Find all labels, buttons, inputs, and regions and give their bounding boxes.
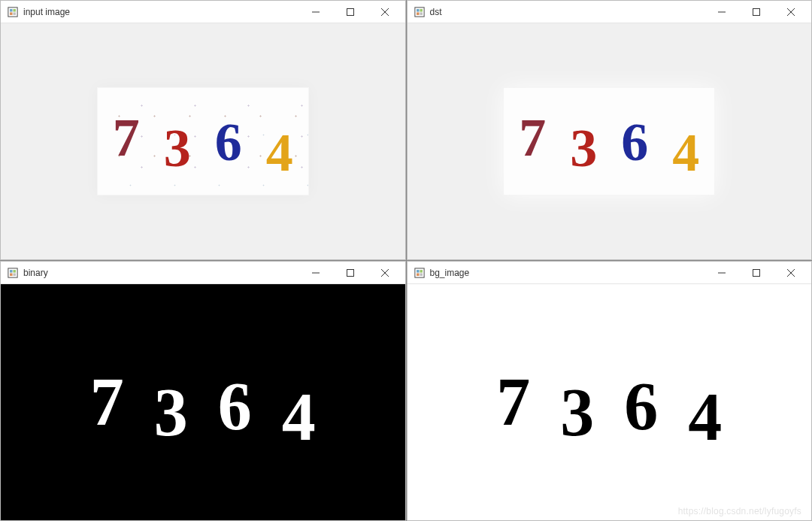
titlebar[interactable]: binary xyxy=(1,262,405,284)
svg-rect-3 xyxy=(10,12,13,15)
digit-1: 7 xyxy=(496,368,530,436)
svg-rect-33 xyxy=(753,269,760,276)
window-binary: binary 7 3 6 4 xyxy=(0,261,406,521)
window-dst: dst 7 3 6 4 xyxy=(407,0,813,260)
svg-rect-0 xyxy=(8,7,17,16)
digit-3: 6 xyxy=(218,373,252,441)
titlebar[interactable]: input image xyxy=(1,1,405,23)
image-viewport: 7 3 6 4 xyxy=(1,284,405,520)
digit-2: 3 xyxy=(570,121,597,175)
digit-2: 3 xyxy=(560,379,594,447)
window-bg-image: bg_image 7 3 6 4 xyxy=(407,261,813,521)
window-controls xyxy=(298,1,402,23)
svg-rect-10 xyxy=(417,9,420,12)
svg-rect-19 xyxy=(10,270,13,273)
image-viewport: 7 3 6 4 xyxy=(408,284,812,520)
maximize-button[interactable] xyxy=(739,262,774,284)
window-controls xyxy=(704,1,808,23)
svg-rect-12 xyxy=(417,12,420,15)
maximize-button[interactable] xyxy=(333,262,368,284)
digit-1: 7 xyxy=(90,368,124,436)
svg-rect-6 xyxy=(347,8,353,15)
digit-4: 4 xyxy=(266,126,293,180)
image-viewport: 7 3 6 4 xyxy=(1,23,405,259)
svg-rect-4 xyxy=(13,12,16,15)
digit-4: 4 xyxy=(672,126,699,180)
window-title: binary xyxy=(23,268,298,278)
close-button[interactable] xyxy=(368,262,402,284)
svg-rect-9 xyxy=(414,7,423,16)
maximize-button[interactable] xyxy=(333,1,368,23)
digit-3: 6 xyxy=(624,373,658,441)
titlebar[interactable]: bg_image xyxy=(408,262,812,284)
window-title: dst xyxy=(430,7,705,17)
digit-4: 4 xyxy=(688,383,722,451)
app-icon xyxy=(7,267,19,279)
captcha-image: 7 3 6 4 xyxy=(97,87,309,195)
image-viewport: 7 3 6 4 xyxy=(408,23,812,259)
app-icon xyxy=(414,6,426,18)
svg-rect-24 xyxy=(347,269,353,276)
svg-rect-2 xyxy=(13,9,16,12)
svg-rect-21 xyxy=(10,273,13,276)
svg-rect-22 xyxy=(13,273,16,276)
svg-rect-11 xyxy=(420,9,423,12)
digit-4: 4 xyxy=(282,383,316,451)
digit-1: 7 xyxy=(519,111,546,165)
close-button[interactable] xyxy=(774,262,808,284)
app-icon xyxy=(7,6,19,18)
svg-rect-13 xyxy=(420,12,423,15)
digit-3: 6 xyxy=(621,115,648,169)
svg-rect-20 xyxy=(13,270,16,273)
svg-rect-30 xyxy=(417,273,420,276)
bg-image: 7 3 6 4 xyxy=(496,368,722,436)
digit-1: 7 xyxy=(113,111,140,165)
digit-2: 3 xyxy=(154,379,188,447)
close-button[interactable] xyxy=(368,1,402,23)
svg-rect-18 xyxy=(8,268,17,277)
svg-rect-31 xyxy=(420,273,423,276)
digit-2: 3 xyxy=(164,121,191,175)
binary-image: 7 3 6 4 xyxy=(90,368,316,436)
minimize-button[interactable] xyxy=(704,1,739,23)
minimize-button[interactable] xyxy=(704,262,739,284)
svg-rect-28 xyxy=(417,270,420,273)
filtered-image: 7 3 6 4 xyxy=(504,88,714,195)
svg-rect-27 xyxy=(414,268,423,277)
svg-rect-15 xyxy=(753,8,760,15)
window-title: input image xyxy=(23,7,298,17)
close-button[interactable] xyxy=(774,1,808,23)
titlebar[interactable]: dst xyxy=(408,1,812,23)
minimize-button[interactable] xyxy=(298,262,333,284)
app-icon xyxy=(414,267,426,279)
digit-3: 6 xyxy=(215,115,242,169)
maximize-button[interactable] xyxy=(739,1,774,23)
window-input-image: input image 7 3 6 4 xyxy=(0,0,406,260)
window-title: bg_image xyxy=(430,268,705,278)
window-controls xyxy=(298,262,402,284)
minimize-button[interactable] xyxy=(298,1,333,23)
window-controls xyxy=(704,262,808,284)
svg-rect-29 xyxy=(420,270,423,273)
svg-rect-1 xyxy=(10,9,13,12)
